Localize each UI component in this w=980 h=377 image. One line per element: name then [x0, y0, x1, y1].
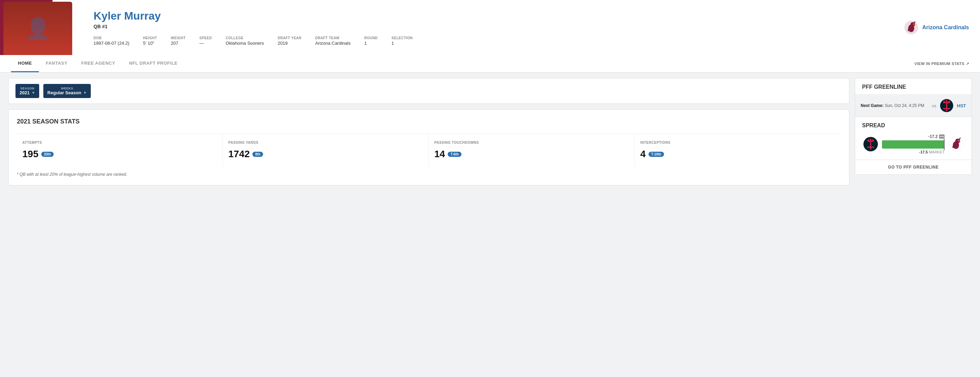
- chevron-down-icon: ▼: [83, 91, 87, 95]
- page-wrapper: 👤 Kyler Murray QB #1 DOB 1997-08-07 (24.…: [0, 0, 980, 191]
- cardinals-logo-icon: [904, 20, 919, 35]
- spread-bar: [882, 140, 945, 149]
- spread-section: SPREAD: [855, 117, 971, 160]
- spread-home-team-logo: [862, 135, 879, 153]
- season-stats-title: 2021 SEASON STATS: [17, 118, 841, 125]
- spread-away-team-logo: [947, 135, 964, 153]
- stat-passing-touchdowns: PASSING TOUCHDOWNS 14 T-6th: [429, 134, 635, 167]
- stat-passing-yards: PASSING YARDS 1742 8th: [223, 134, 429, 167]
- opponent-abbr: HST: [957, 103, 966, 108]
- attempts-rank-badge: 20th: [41, 152, 54, 157]
- bio-draft-team: DRAFT TEAM Arizona Cardinals: [315, 36, 351, 46]
- player-bio-stats-row: DOB 1997-08-07 (24.2) HEIGHT 5' 10" WEIG…: [94, 36, 881, 46]
- bio-college: COLLEGE Oklahoma Sooners: [226, 36, 264, 46]
- spread-title: SPREAD: [862, 122, 964, 129]
- external-link-icon: ↗: [966, 62, 969, 66]
- int-rank-badge: T-10th: [649, 152, 664, 157]
- bar-line: [944, 139, 945, 150]
- td-rank-badge: T-6th: [448, 152, 461, 157]
- bio-weight: WEIGHT 207: [171, 36, 186, 46]
- filters-bar: SEASON 2021 ▼ WEEKS Regular Season ▼: [8, 78, 850, 104]
- cardinals-spread-logo-icon: [948, 136, 964, 152]
- go-to-greenline-button[interactable]: GO TO PFF GREENLINE: [855, 160, 971, 174]
- player-photo-container: 👤: [0, 0, 83, 55]
- tab-nfl-draft-profile[interactable]: NFL DRAFT PROFILE: [122, 55, 184, 72]
- spread-bar-area: -17.2 PFF: [882, 134, 945, 154]
- bio-draft-year: DRAFT YEAR 2019: [278, 36, 302, 46]
- opponent-info: vs HST: [932, 98, 966, 113]
- passing-yards-rank-badge: 8th: [252, 152, 263, 157]
- pff-logo-icon: PFF: [939, 135, 945, 138]
- bio-dob: DOB 1997-08-07 (24.2): [94, 36, 129, 46]
- season-dropdown[interactable]: SEASON 2021 ▼: [16, 84, 39, 98]
- spread-visual: -17.2 PFF: [862, 134, 964, 154]
- next-game-text: Next Game: Sun, Oct 24, 4:25 PM: [861, 103, 924, 108]
- stat-interceptions: INTERCEPTIONS 4 T-10th: [635, 134, 841, 167]
- texans-spread-logo-icon: [863, 136, 878, 152]
- next-game-bar: Next Game: Sun, Oct 24, 4:25 PM vs HST: [855, 95, 971, 117]
- player-name: Kyler Murray: [94, 10, 881, 22]
- svg-text:PFF: PFF: [940, 135, 945, 138]
- left-panel: SEASON 2021 ▼ WEEKS Regular Season ▼: [8, 78, 850, 185]
- chevron-down-icon: ▼: [32, 91, 35, 95]
- tab-fantasy[interactable]: FANTASY: [39, 55, 74, 72]
- market-label: -17.5 MARKET: [882, 150, 945, 154]
- stat-attempts: ATTEMPTS 195 20th: [17, 134, 223, 167]
- bio-height: HEIGHT 5' 10": [143, 36, 157, 46]
- spread-bar-wrapper: [882, 140, 945, 149]
- player-info-section: Kyler Murray QB #1 DOB 1997-08-07 (24.2)…: [83, 0, 892, 55]
- player-header: 👤 Kyler Murray QB #1 DOB 1997-08-07 (24.…: [0, 0, 980, 55]
- greenline-panel: PFF GREENLINE Next Game: Sun, Oct 24, 4:…: [855, 78, 972, 175]
- main-content: SEASON 2021 ▼ WEEKS Regular Season ▼: [0, 73, 980, 191]
- team-name: Arizona Cardinals: [922, 24, 969, 30]
- view-premium-stats-button[interactable]: VIEW IN PREMIUM STATS ↗: [914, 62, 969, 66]
- spread-value-label: -17.2 PFF: [882, 134, 945, 139]
- team-section: Arizona Cardinals: [892, 0, 980, 55]
- tab-free-agency[interactable]: FREE AGENCY: [74, 55, 122, 72]
- bio-round: ROUND 1: [364, 36, 377, 46]
- stat-footnote: * QB with at least 20% of league-highest…: [17, 172, 841, 177]
- svg-point-13: [958, 140, 959, 141]
- svg-point-4: [913, 24, 914, 24]
- nav-tabs-left: HOME FANTASY FREE AGENCY NFL DRAFT PROFI…: [11, 55, 184, 72]
- bio-speed: SPEED —: [199, 36, 212, 46]
- player-position: QB #1: [94, 24, 881, 29]
- stats-grid: ATTEMPTS 195 20th PASSING YARDS 1742 8th: [17, 134, 841, 167]
- bio-selection: SELECTION 1: [391, 36, 413, 46]
- nav-tabs: HOME FANTASY FREE AGENCY NFL DRAFT PROFI…: [0, 55, 980, 73]
- right-panel: PFF GREENLINE Next Game: Sun, Oct 24, 4:…: [855, 78, 972, 185]
- texans-logo-icon: [939, 98, 954, 113]
- season-stats-card: 2021 SEASON STATS ATTEMPTS 195 20th PASS…: [8, 110, 850, 185]
- weeks-dropdown[interactable]: WEEKS Regular Season ▼: [43, 84, 91, 98]
- greenline-title: PFF GREENLINE: [855, 78, 971, 95]
- tab-home[interactable]: HOME: [11, 55, 39, 72]
